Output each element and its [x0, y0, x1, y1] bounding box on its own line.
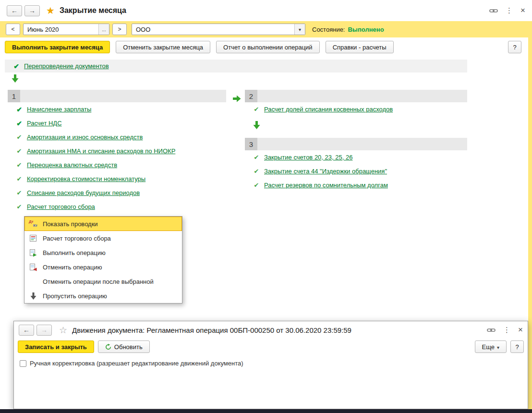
context-menu-item-run-operation[interactable]: Выполнить операцию: [24, 245, 182, 260]
back-button[interactable]: ←: [7, 5, 22, 16]
group-3-header: 3: [245, 138, 467, 150]
operation-link-indirect-costs[interactable]: Расчет долей списания косвенных расходов: [264, 106, 393, 113]
group-3-number: 3: [245, 138, 257, 150]
next-period-button[interactable]: >: [112, 24, 127, 35]
operation-link-depreciation[interactable]: Амортизация и износ основных средств: [27, 134, 143, 141]
context-menu-item-label: Выполнить операцию: [43, 249, 106, 256]
right-frame-strip: [528, 37, 532, 409]
more-menu-icon[interactable]: ⋮: [503, 326, 510, 334]
reposting-link[interactable]: Перепроведение документов: [24, 62, 109, 70]
period-toolbar: < Июнь 2020 ... > ООО ▾ Состояние: Выпол…: [0, 21, 532, 37]
group-2: 2 ✔ Расчет долей списания косвенных расх…: [245, 90, 467, 116]
organization-select[interactable]: ООО ▾: [132, 24, 305, 35]
references-calculations-button[interactable]: Справки - расчеты: [326, 41, 394, 53]
down-arrow-icon: [253, 121, 260, 131]
organization-value: ООО: [132, 26, 294, 33]
page-title: Закрытие месяца: [60, 6, 126, 15]
right-arrow-icon: [233, 95, 241, 104]
group-2-number: 2: [245, 90, 257, 102]
manual-correction-label: Ручная корректировка (разрешает редактир…: [30, 360, 243, 367]
context-menu-item-label: Отменить операции после выбранной: [43, 278, 154, 285]
close-icon[interactable]: ×: [518, 325, 523, 335]
operation-link-close-account-44[interactable]: Закрытие счета 44 "Издержки обращения": [264, 168, 387, 175]
operation-link-close-accounts-20-26[interactable]: Закрытие счетов 20, 23, 25, 26: [264, 154, 352, 161]
check-icon: ✔: [253, 182, 260, 189]
more-menu-icon[interactable]: ⋮: [506, 6, 513, 15]
chevron-down-icon: ▾: [497, 345, 499, 350]
period-picker-button[interactable]: ...: [98, 24, 109, 35]
organization-dropdown-icon[interactable]: ▾: [294, 24, 305, 35]
operation-row: ✔ Списание расходов будущих периодов: [8, 186, 226, 200]
titlebar: ← → ★ Закрытие месяца ⋮ ×: [0, 0, 532, 21]
context-menu-item-cancel-operation[interactable]: Отменить операцию: [24, 260, 182, 274]
operation-link-trade-fee[interactable]: Расчет торгового сбора: [27, 203, 95, 210]
movements-titlebar-controls: ⋮ ×: [487, 325, 523, 335]
status-label: Состояние:: [312, 26, 345, 33]
operation-row: ✔ Расчет резервов по сомнительным долгам: [245, 178, 467, 192]
movements-command-bar: Записать и закрыть Обновить Еще▾ ?: [14, 339, 528, 355]
save-and-close-button[interactable]: Записать и закрыть: [18, 340, 94, 353]
help-button[interactable]: ?: [508, 41, 521, 53]
context-menu-item-show-postings[interactable]: Дт Кт Показать проводки: [24, 217, 182, 231]
context-menu-item-cancel-following[interactable]: Отменить операции после выбранной: [24, 274, 182, 289]
context-menu-item-label: Пропустить операцию: [43, 292, 107, 300]
check-icon: ✔: [253, 154, 260, 161]
back-icon: ←: [11, 7, 18, 14]
reposting-row: ✔ Перепроведение документов: [5, 60, 467, 73]
refresh-label: Обновить: [114, 343, 143, 351]
manual-correction-checkbox[interactable]: [20, 360, 26, 367]
kt-label: Кт: [33, 224, 37, 228]
group-2-header: 2: [245, 90, 467, 102]
check-icon: ✔: [13, 62, 20, 70]
cancel-operation-icon: [28, 263, 38, 271]
prev-period-button[interactable]: <: [6, 24, 20, 35]
movements-title: Движения документа: Регламентная операци…: [72, 326, 351, 334]
forward-button[interactable]: →: [24, 5, 40, 16]
check-icon: ✔: [16, 161, 23, 169]
cancel-month-closing-button[interactable]: Отменить закрытие месяца: [116, 41, 210, 53]
check-icon: ✔: [253, 168, 260, 175]
check-icon: ✔: [16, 189, 23, 196]
more-actions-button[interactable]: Еще▾: [475, 340, 507, 353]
close-icon[interactable]: ×: [520, 6, 525, 15]
back-button[interactable]: ←: [19, 325, 34, 336]
document-movements-window: ← → ☆ Движения документа: Регламентная о…: [13, 321, 528, 409]
context-menu-item-label: Отменить операцию: [43, 264, 102, 271]
context-menu-item-skip-operation[interactable]: Пропустить операцию: [24, 289, 182, 303]
get-link-icon[interactable]: [487, 328, 496, 333]
period-field[interactable]: Июнь 2020 ...: [23, 24, 109, 35]
favorite-star-icon[interactable]: ★: [46, 5, 55, 16]
operation-link-currency-revaluation[interactable]: Переоценка валютных средств: [27, 161, 117, 169]
context-menu-item-trade-fee-calc[interactable]: Расчет торгового сбора: [24, 231, 182, 245]
operation-link-payroll[interactable]: Начисление зарплаты: [27, 106, 91, 113]
operation-row: ✔ Закрытие счета 44 "Издержки обращения": [245, 164, 467, 178]
run-operation-icon: [28, 248, 38, 257]
check-icon: ✔: [16, 106, 23, 113]
operation-row: ✔ Амортизация НМА и списание расходов по…: [8, 144, 226, 158]
run-month-closing-button[interactable]: Выполнить закрытие месяца: [5, 41, 110, 53]
manual-correction-row: Ручная корректировка (разрешает редактир…: [14, 355, 528, 372]
refresh-icon: [105, 344, 111, 350]
forward-button[interactable]: →: [36, 325, 52, 336]
operation-link-doubtful-debts[interactable]: Расчет резервов по сомнительным долгам: [264, 182, 388, 189]
period-value: Июнь 2020: [24, 26, 98, 33]
down-arrow-icon: [12, 74, 19, 84]
operation-link-cost-adjustment[interactable]: Корректировка стоимости номенклатуры: [27, 175, 145, 182]
operation-link-intangibles[interactable]: Амортизация НМА и списание расходов по Н…: [27, 147, 175, 155]
operation-link-vat[interactable]: Расчет НДС: [27, 120, 62, 127]
operation-row: ✔ Корректировка стоимости номенклатуры: [8, 172, 226, 186]
check-icon: ✔: [16, 120, 23, 127]
group-1: 1 ✔ Начисление зарплаты ✔ Расчет НДС ✔ А…: [8, 90, 226, 214]
help-button[interactable]: ?: [510, 340, 524, 353]
report-icon: [28, 234, 38, 243]
group-3: 3 ✔ Закрытие счетов 20, 23, 25, 26 ✔ Зак…: [245, 138, 467, 192]
refresh-button[interactable]: Обновить: [98, 340, 150, 353]
empty-icon: [28, 277, 38, 286]
get-link-icon[interactable]: [489, 8, 498, 13]
operation-link-deferred-expenses[interactable]: Списание расходов будущих периодов: [27, 189, 140, 196]
operations-report-button[interactable]: Отчет о выполнении операций: [216, 41, 320, 53]
forward-icon: →: [29, 7, 36, 14]
check-icon: ✔: [16, 203, 23, 210]
operation-row: ✔ Расчет долей списания косвенных расход…: [245, 102, 467, 116]
favorite-star-icon[interactable]: ☆: [59, 325, 67, 336]
